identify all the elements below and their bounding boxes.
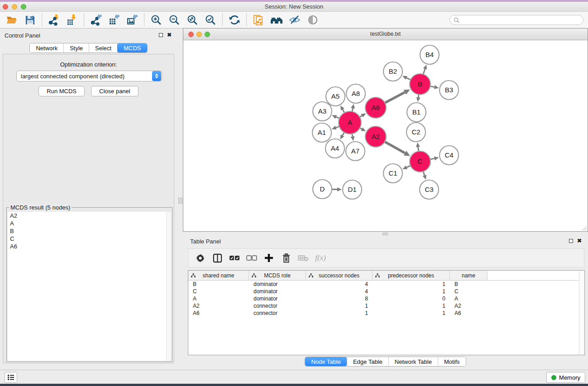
- table-row[interactable]: Adominator80A: [188, 295, 584, 302]
- optimization-criterion-dropdown[interactable]: largest connected component (directed): [16, 71, 162, 81]
- cell-name[interactable]: C: [450, 288, 488, 295]
- graph-node-A8[interactable]: A8: [346, 84, 365, 103]
- graph-node-B4[interactable]: B4: [420, 45, 439, 64]
- result-item-b[interactable]: B: [8, 227, 171, 235]
- mcds-result-list[interactable]: A2ABCA6: [8, 212, 171, 361]
- export-table-button[interactable]: [105, 13, 123, 27]
- graph-node-A7[interactable]: A7: [346, 142, 365, 161]
- table-row[interactable]: A2connector11A2: [188, 302, 584, 310]
- column-header-mcds-role[interactable]: MCDS role: [249, 271, 306, 280]
- delete-row-button[interactable]: [278, 250, 294, 266]
- table-row[interactable]: Cdominator41C: [188, 288, 584, 295]
- close-panel-icon[interactable]: ✖: [577, 238, 582, 243]
- network-canvas[interactable]: B4B2BB3A8A5A6A3B1AC2A1A2A4A7C4CC1DD1C3: [183, 40, 588, 231]
- cell-shared-name[interactable]: B: [188, 281, 249, 287]
- graph-node-B1[interactable]: B1: [407, 103, 426, 122]
- search-input[interactable]: [462, 17, 579, 24]
- cell-mcds-role[interactable]: connector: [249, 310, 306, 316]
- cell-mcds-role[interactable]: dominator: [249, 288, 306, 295]
- cell-name[interactable]: A2: [450, 303, 488, 309]
- resize-grip-icon[interactable]: [582, 225, 587, 231]
- cell-successor-nodes[interactable]: 4: [306, 288, 373, 295]
- cell-shared-name[interactable]: A6: [188, 310, 249, 316]
- graph-node-D[interactable]: D: [313, 180, 332, 199]
- cell-predecessor-nodes[interactable]: 1: [373, 310, 450, 316]
- table-row[interactable]: A6connector11A6: [188, 310, 584, 317]
- cell-successor-nodes[interactable]: 8: [306, 295, 373, 302]
- graph-node-B[interactable]: B: [410, 74, 430, 95]
- float-panel-icon[interactable]: [159, 33, 163, 37]
- cell-mcds-role[interactable]: connector: [249, 303, 306, 309]
- split-columns-button[interactable]: [210, 250, 225, 266]
- table-row[interactable]: Bdominator41B: [188, 281, 584, 288]
- hide-graphics-details-button[interactable]: [286, 13, 304, 27]
- cell-shared-name[interactable]: A: [188, 295, 249, 302]
- cell-name[interactable]: B: [450, 281, 488, 287]
- close-panel-button[interactable]: Close panel: [91, 86, 139, 96]
- reset-layout-button[interactable]: [268, 13, 286, 27]
- close-panel-icon[interactable]: ✖: [167, 33, 172, 37]
- graph-node-C4[interactable]: C4: [440, 146, 459, 165]
- cell-mcds-role[interactable]: dominator: [249, 281, 306, 287]
- column-header-name[interactable]: name: [450, 271, 488, 280]
- cell-successor-nodes[interactable]: 1: [306, 303, 373, 309]
- cell-name[interactable]: A6: [450, 310, 488, 316]
- graph-node-C2[interactable]: C2: [406, 123, 425, 142]
- zoom-fit-button[interactable]: [183, 13, 201, 27]
- add-column-button[interactable]: [261, 250, 277, 266]
- select-all-button[interactable]: [227, 250, 242, 266]
- result-item-a6[interactable]: A6: [8, 243, 171, 250]
- tab-motifs[interactable]: Motifs: [438, 357, 466, 366]
- refresh-button[interactable]: [225, 13, 244, 27]
- graph-node-A4[interactable]: A4: [325, 139, 344, 158]
- graph-node-B2[interactable]: B2: [383, 62, 402, 81]
- graph-node-C3[interactable]: C3: [420, 180, 439, 199]
- node-table[interactable]: shared nameMCDS rolesuccessor nodesprede…: [188, 270, 585, 355]
- tab-network[interactable]: Network: [30, 43, 63, 52]
- graph-node-A3[interactable]: A3: [313, 102, 332, 121]
- export-image-button[interactable]: [123, 13, 141, 27]
- cell-successor-nodes[interactable]: 4: [306, 281, 373, 287]
- table-scrollbar[interactable]: [579, 271, 584, 355]
- open-session-button[interactable]: [3, 13, 21, 27]
- cell-shared-name[interactable]: A2: [188, 303, 249, 309]
- zoom-in-button[interactable]: [147, 13, 165, 27]
- zoom-selected-button[interactable]: [201, 13, 220, 27]
- cell-name[interactable]: A: [450, 295, 488, 302]
- result-list-scrollbar[interactable]: [166, 212, 171, 361]
- column-header-successor-nodes[interactable]: successor nodes: [306, 271, 373, 280]
- export-network-button[interactable]: [87, 13, 105, 27]
- graph-node-A2[interactable]: A2: [365, 126, 386, 147]
- tab-mcds[interactable]: MCDS: [117, 43, 147, 52]
- column-header-shared-name[interactable]: shared name: [188, 271, 249, 280]
- graph-node-A[interactable]: A: [339, 111, 361, 134]
- show-graphics-details-button[interactable]: [304, 13, 322, 27]
- cell-predecessor-nodes[interactable]: 1: [373, 281, 450, 287]
- cell-mcds-role[interactable]: dominator: [249, 295, 306, 302]
- tab-network-table[interactable]: Network Table: [388, 357, 438, 366]
- graph-node-C1[interactable]: C1: [383, 164, 402, 183]
- deselect-all-button[interactable]: [244, 250, 259, 266]
- save-session-button[interactable]: [21, 13, 39, 27]
- tab-style[interactable]: Style: [63, 43, 89, 52]
- search-field[interactable]: [449, 15, 583, 25]
- table-settings-button[interactable]: [192, 250, 208, 266]
- cell-predecessor-nodes[interactable]: 1: [373, 288, 450, 295]
- graph-node-A6[interactable]: A6: [365, 97, 386, 118]
- cell-predecessor-nodes[interactable]: 1: [373, 303, 450, 309]
- column-header-predecessor-nodes[interactable]: predecessor nodes: [373, 271, 450, 280]
- delete-column-button[interactable]: [296, 250, 311, 266]
- cell-predecessor-nodes[interactable]: 0: [373, 295, 450, 302]
- cell-shared-name[interactable]: C: [188, 288, 249, 295]
- cell-successor-nodes[interactable]: 1: [306, 310, 373, 316]
- result-item-c[interactable]: C: [8, 235, 171, 243]
- zoom-out-button[interactable]: [165, 13, 183, 27]
- float-panel-icon[interactable]: [569, 239, 573, 243]
- graph-node-A5[interactable]: A5: [326, 87, 345, 106]
- tab-select[interactable]: Select: [89, 43, 117, 52]
- function-builder-button[interactable]: f(x): [313, 250, 328, 266]
- graph-node-D1[interactable]: D1: [343, 180, 362, 199]
- run-mcds-button[interactable]: Run MCDS: [38, 86, 85, 96]
- duplicate-network-button[interactable]: [249, 13, 268, 27]
- memory-button[interactable]: Memory: [546, 372, 585, 383]
